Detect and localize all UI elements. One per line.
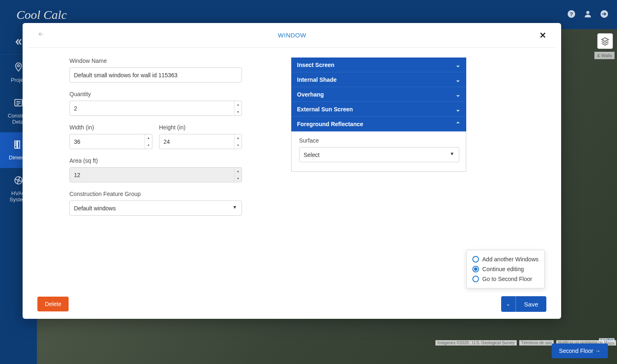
chevron-up-icon: ⌃ bbox=[456, 121, 460, 127]
exit-icon[interactable] bbox=[600, 9, 609, 20]
cfg-label: Construction Feature Group bbox=[69, 191, 242, 197]
walls-label: & Walls bbox=[594, 52, 615, 59]
acc-external-sunscreen[interactable]: External Sun Screen ⌄ bbox=[291, 102, 466, 117]
svg-text:?: ? bbox=[570, 11, 573, 17]
quantity-label: Quantity bbox=[69, 91, 242, 97]
width-label: Width (in) bbox=[69, 124, 152, 131]
chevron-down-icon: ⌄ bbox=[456, 91, 460, 98]
chevron-down-icon: ⌄ bbox=[456, 62, 460, 68]
acc-label: Insect Screen bbox=[297, 62, 334, 68]
svg-rect-4 bbox=[602, 14, 605, 14]
radio-label: Continue editing bbox=[482, 266, 524, 272]
svg-point-15 bbox=[18, 180, 19, 181]
chevron-down-icon: ▼ bbox=[235, 108, 242, 116]
radio-go-second-floor[interactable]: Go to Second Floor bbox=[472, 274, 539, 284]
acc-foreground-panel: Surface ▼ bbox=[291, 131, 466, 172]
area-input bbox=[69, 167, 242, 182]
surface-label: Surface bbox=[299, 137, 458, 144]
window-modal: WINDOW ✕ Window Name Quantity ▲▼ Width (… bbox=[23, 23, 561, 319]
area-stepper: ▲▼ bbox=[234, 168, 242, 182]
second-floor-button[interactable]: Second Floor → bbox=[552, 343, 608, 358]
height-input[interactable] bbox=[159, 134, 242, 149]
acc-label: Foreground Reflectance bbox=[297, 121, 363, 127]
radio-icon bbox=[472, 256, 479, 263]
quantity-stepper[interactable]: ▲▼ bbox=[234, 101, 242, 115]
logo: Cool Calc bbox=[16, 8, 67, 22]
svg-point-5 bbox=[18, 65, 20, 67]
close-icon[interactable]: ✕ bbox=[539, 30, 546, 40]
svg-point-14 bbox=[15, 177, 22, 184]
save-options-popup: Add another Windows Continue editing Go … bbox=[466, 250, 545, 288]
attrib-terms[interactable]: Términos de uso bbox=[519, 340, 554, 346]
acc-internal-shade[interactable]: Internal Shade ⌄ bbox=[291, 72, 466, 87]
area-label: Area (sq ft) bbox=[69, 157, 242, 164]
height-label: Height (in) bbox=[159, 124, 242, 131]
quantity-input[interactable] bbox=[69, 101, 242, 116]
chevron-down-icon: ▼ bbox=[235, 175, 242, 182]
chevron-down-icon: ▼ bbox=[235, 142, 242, 149]
back-arrow-icon[interactable] bbox=[37, 30, 45, 40]
radio-add-another[interactable]: Add another Windows bbox=[472, 254, 539, 264]
radio-label: Go to Second Floor bbox=[482, 276, 532, 282]
acc-label: Overhang bbox=[297, 91, 324, 98]
modal-title: WINDOW bbox=[45, 32, 539, 39]
save-button[interactable]: ⌄ Save bbox=[501, 296, 546, 312]
chevron-up-icon: ▲ bbox=[145, 134, 152, 142]
logo-text: Cool Calc bbox=[16, 8, 67, 22]
chevron-down-icon: ⌄ bbox=[456, 76, 460, 83]
height-stepper[interactable]: ▲▼ bbox=[234, 134, 242, 149]
svg-rect-11 bbox=[18, 141, 20, 148]
radio-label: Add another Windows bbox=[482, 256, 539, 263]
save-button-label: Save bbox=[516, 296, 546, 312]
acc-overhang[interactable]: Overhang ⌄ bbox=[291, 87, 466, 102]
attrib-imagery: Imágenes ©2020 , U.S. Geological Survey bbox=[435, 340, 517, 346]
cfg-select[interactable] bbox=[69, 200, 242, 216]
chevron-down-icon: ▼ bbox=[145, 142, 152, 149]
chevron-up-icon: ▲ bbox=[235, 168, 242, 175]
delete-button[interactable]: Delete bbox=[37, 297, 69, 311]
svg-point-2 bbox=[586, 11, 589, 14]
user-icon[interactable] bbox=[583, 9, 592, 20]
width-input[interactable] bbox=[69, 134, 152, 149]
chevron-up-icon: ▲ bbox=[235, 101, 242, 108]
chevron-down-icon: ⌄ bbox=[456, 106, 460, 113]
help-icon[interactable]: ? bbox=[567, 9, 576, 20]
acc-insect-screen[interactable]: Insect Screen ⌄ bbox=[291, 58, 466, 72]
chevron-up-icon: ▲ bbox=[235, 134, 242, 142]
acc-label: Internal Shade bbox=[297, 76, 336, 83]
acc-label: External Sun Screen bbox=[297, 106, 353, 113]
window-name-input[interactable] bbox=[69, 67, 242, 83]
window-name-label: Window Name bbox=[69, 58, 242, 64]
acc-foreground-reflectance[interactable]: Foreground Reflectance ⌃ bbox=[291, 117, 466, 131]
radio-icon bbox=[472, 276, 479, 282]
layers-icon[interactable] bbox=[597, 33, 613, 49]
width-stepper[interactable]: ▲▼ bbox=[145, 134, 152, 149]
radio-icon bbox=[472, 266, 479, 272]
chevron-down-icon[interactable]: ⌄ bbox=[501, 296, 516, 312]
radio-continue-editing[interactable]: Continue editing bbox=[472, 264, 539, 274]
surface-select[interactable] bbox=[299, 147, 459, 162]
